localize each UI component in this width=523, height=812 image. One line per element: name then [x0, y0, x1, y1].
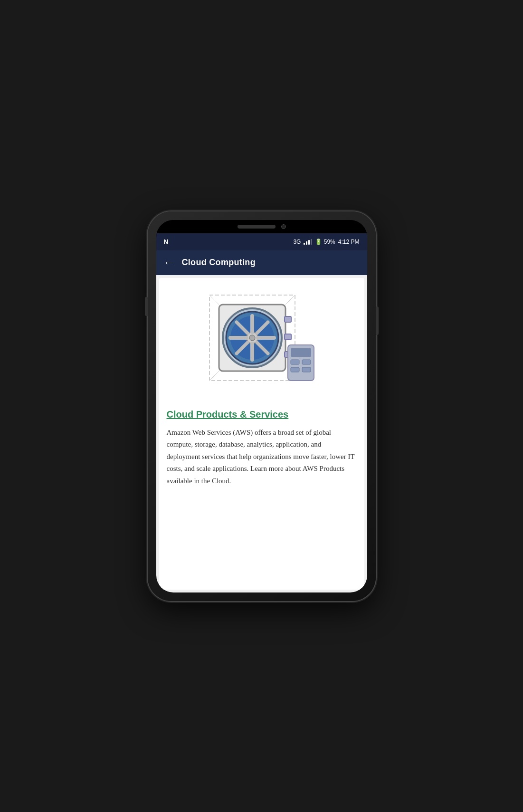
- svg-rect-15: [285, 316, 291, 322]
- svg-rect-16: [285, 334, 291, 340]
- speaker: [238, 225, 276, 229]
- body-text: Amazon Web Services (AWS) offers a broad…: [167, 427, 357, 487]
- network-type: 3G: [293, 239, 301, 245]
- status-right: 3G 🔋 59% 4:12 PM: [293, 239, 359, 245]
- back-button[interactable]: ←: [164, 257, 174, 269]
- svg-rect-21: [302, 360, 311, 364]
- signal-bars: [304, 239, 312, 245]
- content-card: Cloud Products & Services Amazon Web Ser…: [159, 278, 364, 590]
- nav-bar: ← Cloud Computing: [156, 250, 367, 275]
- vault-image: [200, 290, 323, 395]
- phone-device: N 3G 🔋 59% 4:12 PM ← Cloud Computing: [148, 211, 376, 601]
- page-title: Cloud Computing: [182, 258, 256, 267]
- battery-level: 🔋 59%: [315, 239, 335, 245]
- time-display: 4:12 PM: [338, 239, 360, 245]
- section-title-link[interactable]: Cloud Products & Services: [167, 409, 357, 420]
- svg-rect-19: [291, 348, 311, 357]
- network-icon: N: [164, 238, 169, 246]
- status-bar: N 3G 🔋 59% 4:12 PM: [156, 233, 367, 250]
- screen-content: Cloud Products & Services Amazon Web Ser…: [156, 275, 367, 592]
- vault-illustration: [167, 286, 357, 400]
- svg-point-6: [249, 335, 255, 341]
- camera-dot: [281, 224, 286, 229]
- notch-area: [156, 220, 367, 233]
- svg-rect-22: [291, 367, 299, 372]
- svg-rect-20: [291, 360, 299, 364]
- status-left: N: [164, 238, 169, 246]
- phone-screen: N 3G 🔋 59% 4:12 PM ← Cloud Computing: [156, 220, 367, 592]
- svg-rect-23: [302, 367, 311, 372]
